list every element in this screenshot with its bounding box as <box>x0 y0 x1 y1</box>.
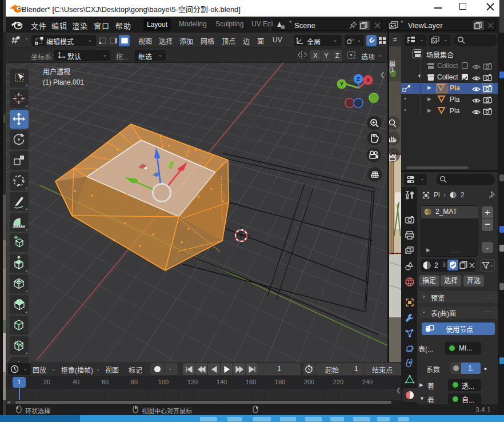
svg-text:❮: ❮ <box>380 71 385 78</box>
svg-text:(1) Plane.001: (1) Plane.001 <box>43 78 84 86</box>
svg-text:X: X <box>366 77 370 83</box>
svg-text:Y: Y <box>340 81 343 87</box>
svg-text:Z: Z <box>357 76 360 82</box>
svg-text:用户透视: 用户透视 <box>43 67 70 76</box>
